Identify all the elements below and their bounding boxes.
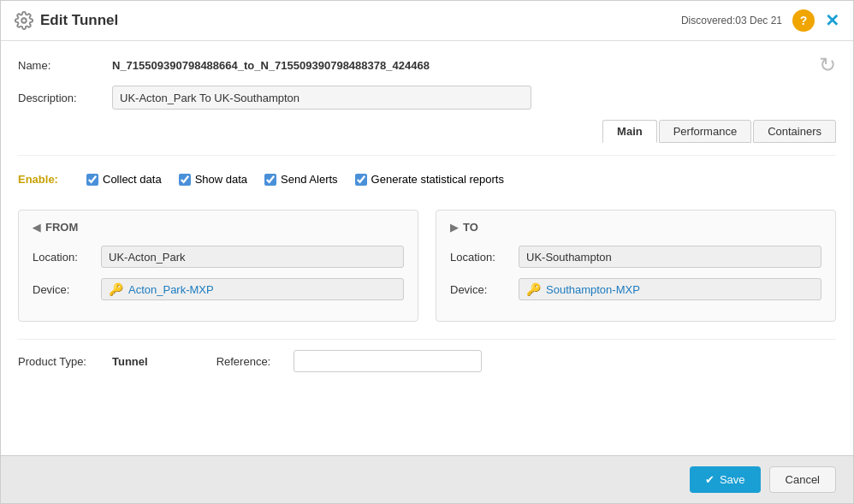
reference-label: Reference: [216, 355, 285, 368]
dialog-footer: ✔ Save Cancel [1, 455, 853, 503]
send-alerts-checkbox[interactable]: Send Alerts [264, 173, 338, 186]
dialog-header: Edit Tunnel Discovered:03 Dec 21 ? ✕ [1, 1, 853, 41]
to-location-input[interactable] [519, 246, 821, 268]
to-device-label: Device: [450, 283, 519, 296]
tab-containers[interactable]: Containers [753, 120, 836, 143]
tab-main[interactable]: Main [602, 120, 657, 143]
header-left: Edit Tunnel [15, 11, 118, 30]
svg-point-0 [21, 18, 27, 23]
dialog-title: Edit Tunnel [40, 12, 118, 29]
from-panel-header: ◀ FROM [33, 221, 404, 234]
name-label: Name: [18, 59, 112, 72]
header-right: Discovered:03 Dec 21 ? ✕ [681, 9, 839, 32]
divider-2 [18, 339, 836, 340]
from-device-row: Device: 🔑 Acton_Park-MXP [33, 278, 404, 300]
generate-reports-checkbox[interactable]: Generate statistical reports [355, 173, 504, 186]
to-panel: ▶ TO Location: Device: 🔑 Southampton-MXP [436, 210, 836, 322]
close-button[interactable]: ✕ [825, 12, 839, 29]
name-value: N_715509390798488664_to_N_71550939079848… [112, 59, 430, 72]
enable-row: Enable: Collect data Show data Send Aler… [18, 166, 836, 193]
from-device-label: Device: [33, 283, 101, 296]
from-device-icon: 🔑 [109, 282, 123, 296]
cancel-button[interactable]: Cancel [769, 466, 836, 493]
from-location-input[interactable] [101, 246, 404, 268]
from-arrow-icon: ◀ [33, 222, 40, 234]
help-button[interactable]: ? [792, 9, 815, 32]
product-type-field: Product Type: Tunnel [18, 355, 148, 368]
reference-input[interactable] [294, 350, 482, 372]
reference-section: Reference: [216, 350, 482, 372]
description-input[interactable] [112, 86, 531, 110]
bottom-row: Product Type: Tunnel Reference: [18, 350, 836, 372]
to-arrow-icon: ▶ [450, 222, 458, 234]
save-checkmark-icon: ✔ [705, 473, 715, 486]
description-row: Description: [18, 86, 836, 110]
description-label: Description: [18, 92, 112, 104]
divider-1 [18, 155, 836, 156]
show-data-checkbox[interactable]: Show data [179, 173, 247, 186]
to-panel-header: ▶ TO [450, 221, 821, 234]
collect-data-checkbox[interactable]: Collect data [86, 173, 162, 186]
product-type-value: Tunnel [112, 355, 148, 368]
save-button[interactable]: ✔ Save [690, 466, 761, 493]
discovered-text: Discovered:03 Dec 21 [681, 15, 782, 27]
from-device-link[interactable]: 🔑 Acton_Park-MXP [101, 278, 404, 300]
name-row: Name: N_715509390798488664_to_N_71550939… [18, 55, 836, 75]
dialog-content: Name: N_715509390798488664_to_N_71550939… [1, 41, 853, 455]
to-location-row: Location: [450, 246, 821, 268]
undo-button[interactable]: ↻ [819, 55, 836, 75]
product-type-label: Product Type: [18, 355, 104, 368]
to-location-label: Location: [450, 251, 519, 264]
to-device-row: Device: 🔑 Southampton-MXP [450, 278, 821, 300]
panels-row: ◀ FROM Location: Device: 🔑 Acton_Park-MX… [18, 210, 836, 322]
to-device-link[interactable]: 🔑 Southampton-MXP [519, 278, 821, 300]
edit-tunnel-dialog: Edit Tunnel Discovered:03 Dec 21 ? ✕ Nam… [0, 0, 854, 504]
to-device-icon: 🔑 [526, 282, 541, 296]
from-panel: ◀ FROM Location: Device: 🔑 Acton_Park-MX… [18, 210, 418, 322]
from-location-row: Location: [33, 246, 404, 268]
gear-icon [15, 11, 33, 30]
enable-label: Enable: [18, 173, 69, 186]
tabs-row: Main Performance Containers [18, 120, 836, 143]
tab-performance[interactable]: Performance [659, 120, 751, 143]
from-location-label: Location: [33, 251, 101, 264]
